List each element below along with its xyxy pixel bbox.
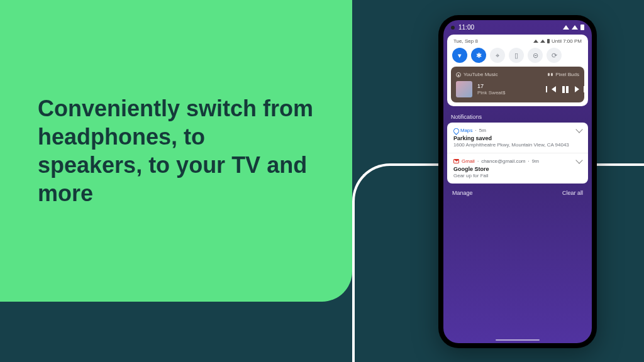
quick-settings-row: ▾ ✱ ⌖ ▯ ⊝ ⟳ <box>451 48 584 67</box>
camera-cutout <box>451 26 455 30</box>
earbuds-icon <box>548 73 553 77</box>
battery-icon <box>580 25 584 30</box>
clear-all-button[interactable]: Clear all <box>562 190 583 196</box>
notification-title: Parking saved <box>453 135 582 141</box>
home-gesture-bar[interactable] <box>496 339 540 341</box>
maps-icon <box>453 128 458 133</box>
shade-date: Tue, Sep 8 <box>453 38 478 44</box>
notification-title: Google Store <box>453 166 582 172</box>
chevron-down-icon[interactable] <box>575 126 582 133</box>
headline-text: Conveniently switch from headphones, to … <box>38 94 314 207</box>
autorotate-toggle[interactable]: ⟳ <box>547 48 562 63</box>
status-bar: 11:00 <box>443 20 592 32</box>
notification-card[interactable]: Maps · 5m Parking saved 1600 Amphitheatr… <box>447 123 588 153</box>
shade-header: Tue, Sep 8 Until 7:00 PM <box>451 38 584 48</box>
battery-saver-toggle[interactable]: ▯ <box>509 48 524 63</box>
dnd-toggle[interactable]: ⊝ <box>528 48 543 63</box>
phone-screen: 11:00 Tue, Sep 8 Until 7:00 PM ▾ ✱ <box>443 20 592 343</box>
marketing-panel: Conveniently switch from headphones, to … <box>0 0 352 302</box>
battery-icon: ▯ <box>514 52 518 60</box>
flashlight-icon: ⌖ <box>496 52 499 60</box>
notification-app: Maps <box>460 128 473 133</box>
media-app-label: YouTube Music <box>464 72 498 77</box>
flashlight-toggle[interactable]: ⌖ <box>490 48 505 63</box>
notification-time: 9m <box>532 158 539 164</box>
pause-button[interactable] <box>562 86 569 93</box>
phone-frame: 11:00 Tue, Sep 8 Until 7:00 PM ▾ ✱ <box>438 15 597 348</box>
media-output-label: Pixel Buds <box>555 72 579 77</box>
signal-icon <box>540 40 545 43</box>
notification-body: 1600 Amphitheatre Pkwy, Mountain View, C… <box>453 142 582 148</box>
battery-icon <box>547 39 550 43</box>
bluetooth-toggle[interactable]: ✱ <box>471 48 486 63</box>
album-art <box>456 81 472 97</box>
manage-button[interactable]: Manage <box>452 190 473 196</box>
wifi-icon <box>533 40 538 43</box>
shade-footer: Manage Clear all <box>443 184 592 202</box>
bluetooth-icon: ✱ <box>476 52 482 60</box>
gmail-icon <box>453 159 459 163</box>
wifi-icon: ▾ <box>458 52 462 60</box>
youtube-music-icon <box>456 72 461 77</box>
dnd-until-label: Until 7:00 PM <box>552 38 582 44</box>
chevron-down-icon[interactable] <box>575 156 582 163</box>
notification-app: Gmail <box>462 158 475 164</box>
notification-list: Maps · 5m Parking saved 1600 Amphitheatr… <box>447 123 588 184</box>
signal-icon <box>572 25 578 30</box>
rotate-icon: ⟳ <box>552 52 557 60</box>
media-output-button[interactable]: Pixel Buds <box>548 72 579 77</box>
notification-account: chance@gmail.com <box>481 158 525 164</box>
notification-card[interactable]: Gmail · chance@gmail.com · 9m Google Sto… <box>447 153 588 184</box>
notification-time: 5m <box>479 128 486 133</box>
media-card[interactable]: YouTube Music Pixel Buds 17 Pink Sweat$ <box>451 67 584 102</box>
previous-button[interactable] <box>552 86 556 92</box>
notifications-section-label: Notifications <box>443 109 592 123</box>
wifi-icon <box>563 25 569 30</box>
status-time: 11:00 <box>458 24 474 31</box>
notification-shade: Tue, Sep 8 Until 7:00 PM ▾ ✱ ⌖ ▯ ⊝ ⟳ <box>447 35 588 106</box>
notification-body: Gear up for Fall <box>453 173 582 178</box>
track-title: 17 <box>477 83 505 90</box>
next-button[interactable] <box>575 86 579 92</box>
dnd-icon: ⊝ <box>533 52 538 60</box>
track-artist: Pink Sweat$ <box>477 90 505 96</box>
wifi-toggle[interactable]: ▾ <box>452 48 467 63</box>
